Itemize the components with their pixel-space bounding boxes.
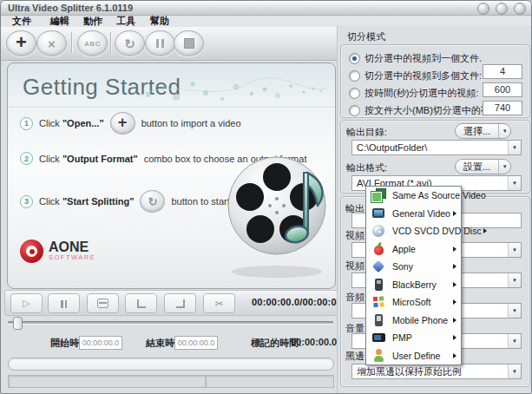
menu-file[interactable]: 文件 [12,16,31,27]
submenu-arrow-icon [453,353,456,358]
rename-button[interactable]: ABC [77,30,108,56]
submenu-arrow-icon [453,264,456,269]
add-video-button[interactable]: + [6,30,36,56]
disc-icon [371,224,386,238]
step-1: 1 Click "Open..." + button to import a v… [20,112,241,135]
chevron-down-icon: ▼ [508,243,521,257]
brand-logo: AONE SOFTWARE [20,240,95,263]
toolbar-separator [71,32,72,53]
mobile-phone-icon [371,313,386,327]
slider-handle[interactable] [13,317,23,330]
radio-icon [349,88,360,99]
end-time-field[interactable]: 00:00:00.0 [174,336,218,350]
split-icon: ↻ [148,196,158,207]
filesize-field[interactable]: 740 [483,101,522,115]
menu-item-mobile-phone[interactable]: Mobile Phone [366,312,461,330]
split-mode-option-4[interactable]: 按文件大小(MB)切分選中的視頻: [349,104,502,117]
step-2-text: Click "Output Format" [39,154,138,164]
plus-icon: + [16,33,27,52]
radio-selected-icon [349,53,360,64]
output-format-label: 輸出格式: [346,161,387,174]
minimize-button[interactable] [477,3,489,15]
chevron-down-icon: ▼ [499,128,510,134]
stop-button[interactable] [174,30,204,56]
marked-time-value: 00:00:00.0 [291,337,337,347]
mark-end-icon [176,299,185,308]
status-cell-right [205,375,334,388]
toolbar: + × ABC ↻ [1,27,337,61]
slider-groove[interactable] [8,321,333,324]
menu-item-user-define[interactable]: User Define [366,347,461,365]
menu-item-microsoft[interactable]: MicroSoft [366,293,461,312]
abc-icon: ABC [84,40,101,48]
pause-icon [60,296,68,312]
play-button[interactable]: ▷ [10,293,43,313]
close-button[interactable] [514,3,526,15]
pause-playback-button[interactable] [48,293,80,313]
cut-button[interactable]: ✂ [203,293,235,313]
menu-item-apple[interactable]: Apple [366,240,461,259]
output-dir-combo[interactable]: C:\OutputFolder\▼ [351,140,522,155]
chevron-down-icon: ▼ [508,334,521,348]
menu-item-sony[interactable]: Sony [366,258,461,276]
scissors-icon: ✂ [214,299,223,309]
mark-end-button[interactable] [164,293,196,313]
menu-item-pmp[interactable]: PMP [366,329,461,347]
remove-video-button[interactable]: × [36,30,67,56]
black-edge-label: 黑邊 [345,350,365,363]
chevron-down-icon: ▼ [499,164,510,169]
same-as-source-icon [371,188,386,202]
aone-logo-icon [20,240,43,263]
menu-tools[interactable]: 工具 [116,16,135,27]
split-icon: ↻ [124,37,135,50]
menu-item-same-as-source[interactable]: Same As Source Video [366,187,461,205]
split-mode-option-1[interactable]: 切分選中的視頻到一個文件. [349,52,482,65]
start-splitting-button[interactable]: ↻ [115,30,145,56]
stop-icon [184,38,194,49]
step-2-number: 2 [20,152,33,165]
menu-item-general-video[interactable]: General Video [366,205,461,223]
decorative-dots [138,67,329,107]
submenu-arrow-icon [453,299,456,305]
menu-item-vcd-dvd[interactable]: VCD SVCD DVD Disc [366,222,461,240]
split-mode-option-3[interactable]: 按時間(秒)分切選中的視頻: [349,87,478,100]
start-time-field[interactable]: 00:00:00.0 [79,336,122,350]
output-group: 輸出目錄: 選擇...▼ C:\OutputFolder\▼ 輸出格式: 設置.… [340,120,530,194]
player-bar: ▷ ✂ 00:00:00.0/00:00:00.0 [4,290,338,316]
brand-name: AONE [49,241,95,253]
app-window: Ultra Video Splitter 6.1.0119 文件 編輯 動作 工… [0,0,532,394]
split-button-illustration: ↻ [140,190,165,213]
play-icon: ▷ [23,299,30,308]
stop-icon [97,299,108,308]
menu-help[interactable]: 幫助 [150,16,169,27]
step-1-rest: button to import a video [141,118,241,128]
radio-icon [349,105,360,116]
stop-playback-button[interactable] [87,293,119,313]
chevron-down-icon: ▼ [508,304,521,318]
choose-dir-button[interactable]: 選擇...▼ [455,123,511,139]
title-bar: Ultra Video Splitter 6.1.0119 [1,1,531,16]
pmp-icon [371,331,386,345]
radio-icon [349,70,360,82]
chevron-down-icon: ▼ [508,273,521,287]
plus-icon: + [118,115,128,130]
open-button-illustration: + [110,112,135,135]
user-define-icon [371,349,386,363]
mark-start-button[interactable] [125,293,157,313]
format-settings-button[interactable]: 設置...▼ [455,159,511,174]
menu-edit[interactable]: 編輯 [50,16,69,27]
maximize-button[interactable] [496,3,508,15]
step-1-text: Click "Open..." [39,118,104,128]
chevron-down-icon: ▼ [508,176,521,190]
getting-started-panel: Getting Started 1 Click "Open..." + butt… [7,62,336,289]
split-mode-group: 切分選中的視頻到一個文件. 切分選中的視頻到多個文件: 按時間(秒)分切選中的視… [340,44,530,118]
menu-action[interactable]: 動作 [83,16,102,27]
window-controls [477,3,526,15]
black-edge-combo[interactable]: 增加黑邊以保持原始比例▼ [351,364,522,379]
mark-start-icon [137,299,146,308]
menu-item-blackberry[interactable]: BlackBerry [366,276,461,294]
pause-button[interactable] [145,30,175,56]
split-mode-option-2[interactable]: 切分選中的視頻到多個文件: [349,69,482,82]
file-count-field[interactable]: 4 [483,64,522,79]
seconds-field[interactable]: 600 [483,82,522,97]
